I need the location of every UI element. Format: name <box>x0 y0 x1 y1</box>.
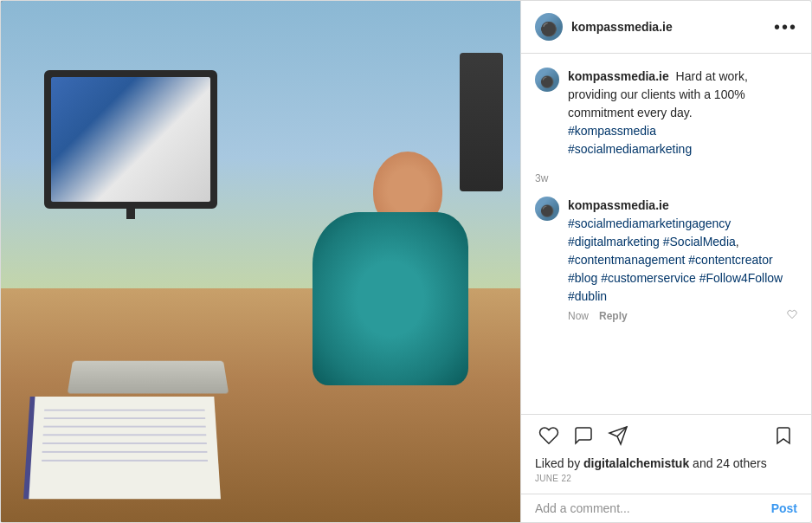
comments-area: ⚫ kompassmedia.ie Hard at work, providin… <box>521 54 811 414</box>
post-info-panel: ⚫ kompassmedia.ie ••• ⚫ kompassmedia.ie … <box>520 1 811 522</box>
comment-hashtag-8: #Follow4Follow <box>699 271 783 285</box>
comment-avatar: ⚫ <box>535 197 559 221</box>
and-label: and <box>693 456 712 470</box>
post-header: ⚫ kompassmedia.ie ••• <box>521 1 811 54</box>
comment-actions: Now Reply <box>568 309 797 322</box>
add-comment-bar: Post <box>521 494 811 522</box>
comment-text: kompassmedia.ie #socialmediamarketingage… <box>568 197 797 306</box>
comment-hashtag-7: #customerservice <box>601 271 696 285</box>
comment-block: ⚫ kompassmedia.ie #socialmediamarketinga… <box>535 197 797 322</box>
caption-username[interactable]: kompassmedia.ie <box>568 69 669 83</box>
comment-hashtag-5: #contentcreator <box>688 253 772 267</box>
likes-text: Liked by digitalalchemistuk and 24 other… <box>535 456 797 470</box>
comment-time: Now <box>568 310 589 322</box>
caption-block: ⚫ kompassmedia.ie Hard at work, providin… <box>535 68 797 158</box>
bookmark-button[interactable] <box>770 422 797 449</box>
comment-hashtag-9: #dublin <box>568 289 607 303</box>
comment-button[interactable] <box>570 422 597 449</box>
comment-input[interactable] <box>535 501 771 515</box>
caption-avatar: ⚫ <box>535 68 559 92</box>
first-liker[interactable]: digitalalchemistuk <box>583 456 689 470</box>
comment-content: kompassmedia.ie #socialmediamarketingage… <box>568 197 797 322</box>
more-options-icon[interactable]: ••• <box>774 18 797 36</box>
caption-hashtag-2: #socialmediamarketing <box>568 142 692 156</box>
comment-hashtag-2: #digitalmarketing <box>568 235 660 249</box>
reply-button[interactable]: Reply <box>599 310 628 322</box>
liked-by-label: Liked by <box>535 456 580 470</box>
post-time-label: 3w <box>535 172 797 184</box>
like-button[interactable] <box>535 422 563 449</box>
caption-hashtag-1: #kompassmedia <box>568 124 656 138</box>
comment-hashtag-4: #contentmanagement <box>568 253 685 267</box>
action-bar: Liked by digitalalchemistuk and 24 other… <box>521 414 811 494</box>
comment-hashtag-3: #SocialMedia <box>663 235 736 249</box>
action-icons-row <box>535 422 797 449</box>
others-count: 24 others <box>716 456 766 470</box>
instagram-post: ⚫ kompassmedia.ie ••• ⚫ kompassmedia.ie … <box>0 0 812 523</box>
share-button[interactable] <box>604 422 632 449</box>
post-image <box>1 1 520 523</box>
comment-hashtag-6: #blog <box>568 271 597 285</box>
caption-text: kompassmedia.ie Hard at work, providing … <box>568 68 797 158</box>
comment-like-icon[interactable] <box>787 309 797 322</box>
post-comment-button[interactable]: Post <box>771 501 797 515</box>
comment-hashtag-1: #socialmediamarketingagency <box>568 216 731 230</box>
comment-username[interactable]: kompassmedia.ie <box>568 198 669 212</box>
post-date: JUNE 22 <box>535 474 797 483</box>
avatar[interactable]: ⚫ <box>535 13 563 41</box>
header-username[interactable]: kompassmedia.ie <box>571 20 774 34</box>
